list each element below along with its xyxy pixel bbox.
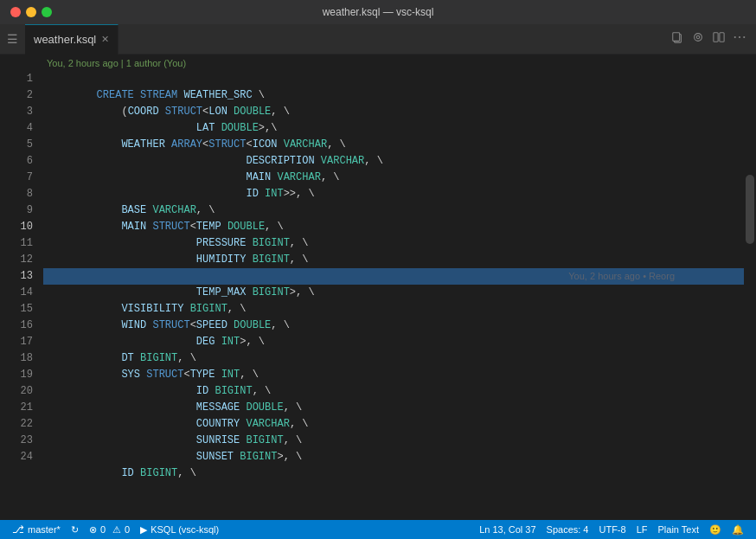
git-blame-inline: You, 2 hours ago • Reorg [568, 268, 675, 285]
language-mode[interactable]: Plain Text [653, 520, 705, 539]
encoding-text: UTF-8 [599, 524, 625, 535]
scrollbar-thumb[interactable] [746, 175, 754, 244]
smiley-icon: 🙂 [709, 524, 721, 536]
tab-icons [671, 31, 746, 47]
preview-icon[interactable] [692, 31, 704, 47]
code-line-18: SYS STRUCT<TYPE INT, \ [43, 350, 744, 367]
language-mode-text: Plain Text [658, 524, 700, 535]
warning-icon: ⚠ [112, 524, 121, 536]
play-icon: ▶ [140, 524, 147, 536]
blame-bar: You, 2 hours ago | 1 author (You) [0, 55, 756, 71]
line-num-2: 2 [0, 87, 43, 104]
vertical-scrollbar[interactable] [744, 71, 756, 520]
line-num-7: 7 [0, 170, 43, 186]
line-num-17: 17 [0, 334, 43, 350]
sync-icon: ↻ [71, 524, 79, 536]
line-num-5: 5 [0, 137, 43, 153]
code-line-8: BASE VARCHAR, \ [43, 186, 744, 202]
code-content[interactable]: CREATE STREAM WEATHER_SRC \ (COORD STRUC… [43, 71, 744, 520]
line-num-16: 16 [0, 318, 43, 334]
sync-button[interactable]: ↻ [66, 520, 84, 539]
line-num-15: 15 [0, 301, 43, 318]
git-branch[interactable]: ⎇ master* [7, 520, 66, 539]
line-num-21: 21 [0, 400, 43, 416]
line-num-9: 9 [0, 202, 43, 219]
code-line-12: TEMP_MIN BIGINT, \ [43, 252, 744, 268]
svg-point-2 [695, 34, 702, 42]
svg-rect-4 [714, 33, 718, 42]
eol-text: LF [637, 524, 648, 535]
more-actions-icon[interactable] [734, 31, 746, 47]
error-icon: ⊗ [89, 524, 97, 536]
svg-point-8 [743, 36, 745, 38]
code-line-19: ID BIGINT, \ [43, 367, 744, 383]
maximize-button[interactable] [42, 7, 52, 17]
feedback-smiley[interactable]: 🙂 [704, 520, 727, 539]
line-num-20: 20 [0, 383, 43, 400]
code-line-24: ID BIGINT, \ [43, 449, 744, 465]
language-server-label: KSQL (vsc-ksql) [151, 524, 219, 535]
code-line-6: MAIN VARCHAR, \ [43, 153, 744, 170]
editor-area: 1 2 3 4 5 6 7 8 9 10 11 12 13 14 15 16 1… [0, 71, 756, 520]
play-ksql[interactable]: ▶ KSQL (vsc-ksql) [135, 520, 224, 539]
code-line-10: PRESSURE BIGINT, \ [43, 219, 744, 235]
svg-point-7 [739, 36, 740, 38]
text-cursor [657, 260, 658, 273]
menu-icon[interactable]: ☰ [7, 32, 18, 47]
code-line-15: WIND STRUCT<SPEED DOUBLE, \ [43, 301, 744, 318]
line-num-3: 3 [0, 104, 43, 120]
split-editor-icon[interactable] [713, 31, 725, 47]
code-line-2: (COORD STRUCT<LON DOUBLE, \ [43, 87, 744, 104]
encoding-setting[interactable]: UTF-8 [593, 520, 631, 539]
notifications-bell[interactable]: 🔔 [727, 520, 749, 539]
line-num-4: 4 [0, 120, 43, 137]
code-line-20: MESSAGE DOUBLE, \ [43, 383, 744, 400]
eol-setting[interactable]: LF [631, 520, 653, 539]
blame-text: You, 2 hours ago | 1 author (You) [47, 58, 186, 68]
error-count: 0 [100, 524, 106, 535]
line-num-13: 13 [0, 268, 43, 285]
svg-rect-5 [720, 33, 724, 42]
code-line-22: SUNRISE BIGINT, \ [43, 416, 744, 433]
code-line-1: CREATE STREAM WEATHER_SRC \ [43, 71, 744, 87]
status-bar: ⎇ master* ↻ ⊗ 0 ⚠ 0 ▶ KSQL (vsc-ksql) Ln… [0, 520, 756, 539]
code-line-14: VISIBILITY BIGINT, \ [43, 285, 744, 301]
git-branch-icon: ⎇ [12, 523, 24, 536]
line-num-11: 11 [0, 235, 43, 252]
editor-tab[interactable]: weather.ksql ✕ [25, 24, 119, 55]
code-line-11: HUMIDITY BIGINT, \ [43, 235, 744, 252]
code-line-7: ID INT>>, \ [43, 170, 744, 186]
code-line-16: DEG INT>, \ [43, 318, 744, 334]
tab-bar: ☰ weather.ksql ✕ [0, 24, 756, 55]
code-line-23: SUNSET BIGINT>, \ [43, 433, 744, 449]
tab-filename: weather.ksql [34, 33, 96, 46]
svg-point-6 [734, 36, 736, 38]
code-lines: CREATE STREAM WEATHER_SRC \ (COORD STRUC… [43, 71, 744, 465]
code-line-9: MAIN STRUCT<TEMP DOUBLE, \ [43, 202, 744, 219]
tab-close-button[interactable]: ✕ [101, 34, 109, 45]
cursor-position[interactable]: Ln 13, Col 37 [474, 520, 541, 539]
code-line-4: WEATHER ARRAY<STRUCT<ICON VARCHAR, \ [43, 120, 744, 137]
line-num-22: 22 [0, 416, 43, 433]
line-num-23: 23 [0, 433, 43, 449]
bell-icon: 🔔 [732, 524, 744, 536]
line-num-14: 14 [0, 285, 43, 301]
line-num-8: 8 [0, 186, 43, 202]
line-num-12: 12 [0, 252, 43, 268]
window-title: weather.ksql — vsc-ksql [323, 6, 434, 18]
spaces-setting[interactable]: Spaces: 4 [541, 520, 594, 539]
traffic-lights [10, 7, 52, 17]
warning-count: 0 [125, 524, 130, 535]
title-bar: weather.ksql — vsc-ksql [0, 0, 756, 24]
line-num-19: 19 [0, 367, 43, 383]
svg-point-3 [696, 35, 700, 39]
errors-warnings[interactable]: ⊗ 0 ⚠ 0 [84, 520, 135, 539]
code-line-5: DESCRIPTION VARCHAR, \ [43, 137, 744, 153]
minimize-button[interactable] [26, 7, 36, 17]
cursor-pos-text: Ln 13, Col 37 [479, 524, 535, 535]
close-button[interactable] [10, 7, 21, 17]
line-num-18: 18 [0, 350, 43, 367]
spaces-text: Spaces: 4 [547, 524, 589, 535]
copy-icon[interactable] [671, 31, 683, 47]
code-line-17: DT BIGINT, \ [43, 334, 744, 350]
